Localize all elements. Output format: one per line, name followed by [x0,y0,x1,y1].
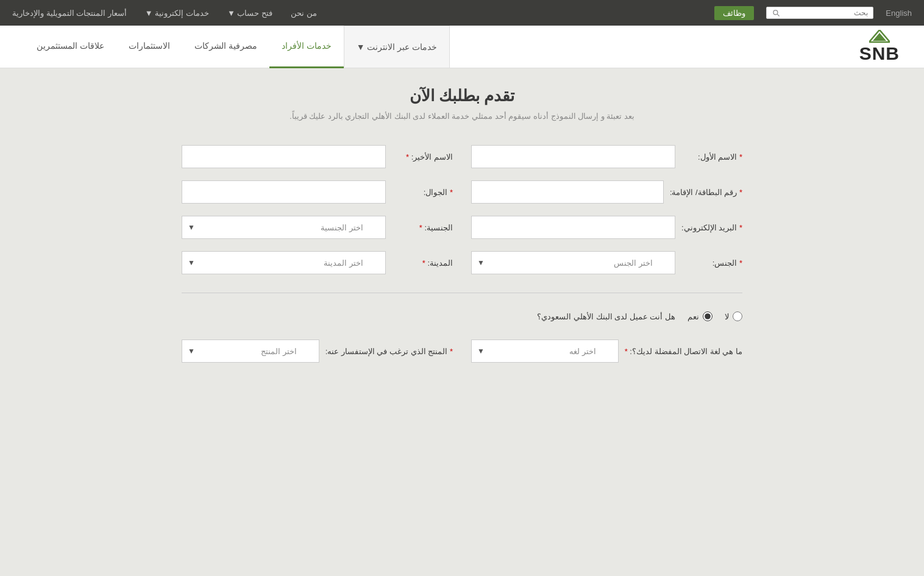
search-icon [772,9,780,17]
top-bar-right: من نحن فتح حساب ▼ خدمات إلكترونية ▼ أسعا… [12,9,317,18]
page-title: تقدم بطلبك الآن [182,87,742,105]
logo-area: SNB [859,30,900,64]
mobile-label: * الجوال: [392,188,453,197]
city-group: المدينة: * اختر المدينة ▼ [182,251,453,274]
language-required: * [625,347,628,356]
nav-link-investments[interactable]: الاستثمارات [116,26,182,68]
radio-no[interactable] [733,311,742,321]
email-label: * البريد الإلكتروني: [681,223,742,232]
product-select-wrapper: اختر المنتج ▼ [182,340,319,363]
nav-link-individuals[interactable]: خدمات الأفراد [269,26,344,68]
mobile-input[interactable] [182,180,386,204]
first-name-group: * الاسم الأول: [471,145,742,168]
email-required: * [739,223,742,232]
nationality-select-wrapper: اختر الجنسية ▼ [182,216,386,239]
product-select[interactable]: اختر المنتج [182,340,319,363]
snb-logo-text: SNB [859,43,900,64]
id-number-group: * رقم البطاقة/ الإقامة: [471,180,742,204]
gender-city-row: * الجنس: اختر الجنس ▼ المدينة: * اخ [182,251,742,274]
city-required: * [422,258,425,268]
gender-select[interactable]: اختر الجنس [471,251,675,274]
jobs-button[interactable]: وظائف [714,6,754,20]
first-name-label: * الاسم الأول: [681,152,742,162]
last-name-group: الاسم الأخير: * [182,145,453,168]
product-required: * [450,347,453,356]
snb-logo-icon [869,30,890,43]
nationality-select[interactable]: اختر الجنسية [182,216,386,239]
nationality-group: الجنسية: * اختر الجنسية ▼ [182,216,453,239]
city-label: المدينة: * [392,258,453,268]
product-group: * المنتج الذي ترغب في الإستفسار عنه: اخت… [182,340,453,363]
radio-no-label: لا [725,312,729,321]
top-nav-eservices[interactable]: خدمات إلكترونية ▼ [145,9,209,18]
top-nav-open-account[interactable]: فتح حساب ▼ [227,9,272,18]
name-row: * الاسم الأول: الاسم الأخير: * [182,145,742,168]
search-input[interactable] [783,9,868,17]
last-name-required: * [406,152,409,162]
city-select[interactable]: اختر المدينة [182,251,386,274]
nav-bar: SNB خدمات عبر الانترنت ▼ خدمات الأفراد م… [0,26,924,68]
language-select[interactable]: اختر لغه [471,340,619,363]
top-nav-about[interactable]: من نحن [291,9,317,18]
gender-required: * [739,258,742,268]
application-form: * الاسم الأول: الاسم الأخير: * * رقم الب… [182,145,742,363]
top-bar-left: English وظائف [714,6,912,20]
mobile-group: * الجوال: [182,180,453,204]
last-name-label: الاسم الأخير: * [392,152,453,162]
radio-yes-option[interactable]: نعم [688,311,713,321]
section-divider [182,293,742,293]
customer-question-section: لا نعم هل أنت عميل لدى البنك الأهلي السع… [182,311,742,321]
radio-yes[interactable] [703,311,713,321]
top-nav-prices[interactable]: أسعار المنتجات التمويلية والإدخارية [12,9,127,18]
radio-yes-label: نعم [688,312,699,321]
first-name-input[interactable] [471,145,675,168]
nationality-required: * [419,223,422,232]
gender-group: * الجنس: اختر الجنس ▼ [471,251,742,274]
english-link[interactable]: English [886,9,912,18]
email-group: * البريد الإلكتروني: [471,216,742,239]
language-label: ما هي لغة الاتصال المفضلة لديك؟: * [625,347,742,356]
language-group: ما هي لغة الاتصال المفضلة لديك؟: * اختر … [471,340,742,363]
id-mobile-row: * رقم البطاقة/ الإقامة: * الجوال: [182,180,742,204]
nationality-label: الجنسية: * [392,223,453,232]
nav-link-corporate[interactable]: مصرفية الشركات [182,26,269,68]
customer-question-label: هل أنت عميل لدى البنك الأهلي السعودي؟ [537,312,675,321]
email-nationality-row: * البريد الإلكتروني: الجنسية: * اختر الج… [182,216,742,239]
last-name-input[interactable] [182,145,386,168]
nav-link-investor-relations[interactable]: علاقات المستثمرين [24,26,116,68]
radio-no-option[interactable]: لا [725,311,742,321]
first-name-required: * [739,152,742,162]
page-subtitle: بعد تعبئة و إرسال النموذج أدناه سيقوم أح… [182,112,742,121]
id-number-label: * رقم البطاقة/ الإقامة: [670,188,742,197]
product-label: * المنتج الذي ترغب في الإستفسار عنه: [325,347,453,356]
svg-marker-1 [873,33,886,41]
product-language-row: ما هي لغة الاتصال المفضلة لديك؟: * اختر … [182,340,742,363]
main-content: تقدم بطلبك الآن بعد تعبئة و إرسال النموذ… [169,68,755,411]
nav-links: خدمات عبر الانترنت ▼ خدمات الأفراد مصرفي… [24,26,450,68]
mobile-required: * [450,188,453,197]
language-select-wrapper: اختر لغه ▼ [471,340,619,363]
email-input[interactable] [471,216,675,239]
gender-label: * الجنس: [681,258,742,268]
search-box[interactable] [766,7,873,19]
id-required: * [739,188,742,197]
gender-select-wrapper: اختر الجنس ▼ [471,251,675,274]
id-number-input[interactable] [471,180,664,204]
city-select-wrapper: اختر المدينة ▼ [182,251,386,274]
nav-link-online[interactable]: خدمات عبر الانترنت ▼ [344,26,450,68]
top-bar: English وظائف من نحن فتح حساب ▼ خدمات إل… [0,0,924,26]
